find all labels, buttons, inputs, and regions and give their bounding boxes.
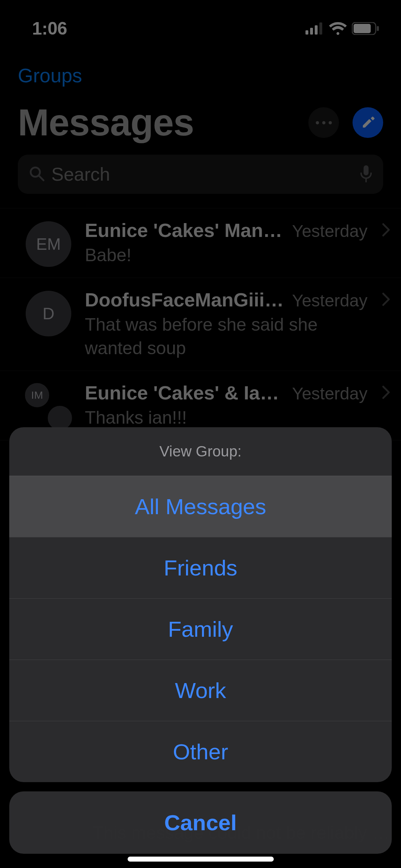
action-sheet: View Group: All Messages Friends Family …: [9, 427, 392, 854]
cancel-button[interactable]: Cancel: [9, 791, 392, 854]
sheet-option-work[interactable]: Work: [9, 660, 392, 721]
home-indicator[interactable]: [128, 857, 274, 862]
sheet-option-all-messages[interactable]: All Messages: [9, 476, 392, 537]
sheet-option-family[interactable]: Family: [9, 598, 392, 660]
sheet-option-friends[interactable]: Friends: [9, 537, 392, 598]
sheet-option-other[interactable]: Other: [9, 721, 392, 782]
action-sheet-title: View Group:: [9, 427, 392, 476]
